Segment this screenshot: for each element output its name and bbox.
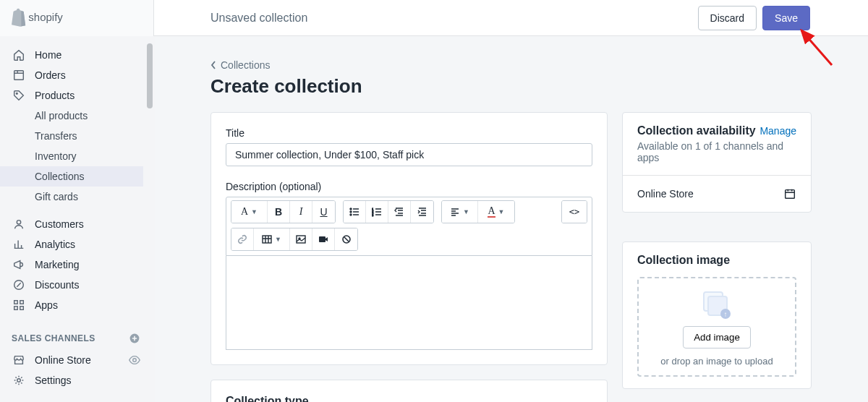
breadcrumb-back[interactable]: Collections: [210, 59, 812, 71]
sidebar-item-marketing[interactable]: Marketing: [0, 255, 153, 275]
discounts-icon: [12, 278, 26, 292]
sidebar-item-label: Products: [35, 90, 75, 101]
rte-table-dropdown[interactable]: ▼: [254, 228, 290, 250]
svg-text:3: 3: [372, 213, 374, 217]
save-button[interactable]: Save: [762, 6, 810, 30]
calendar-icon[interactable]: [783, 187, 796, 200]
svg-rect-20: [319, 236, 326, 242]
orders-icon: [12, 68, 26, 82]
topbar-title: Unsaved collection: [154, 12, 698, 25]
description-editor[interactable]: [226, 256, 592, 350]
title-label: Title: [226, 127, 592, 139]
sidebar-item-products[interactable]: Products: [0, 85, 153, 106]
image-placeholder-icon: ↑: [703, 291, 731, 319]
card-title-description: Title Description (optional) A▼ B I U: [210, 112, 608, 365]
online-store-icon: [12, 353, 26, 367]
marketing-icon: [12, 257, 26, 272]
home-icon: [12, 48, 26, 62]
analytics-icon: [12, 237, 26, 252]
rte-link-button[interactable]: [231, 228, 254, 250]
sidebar-item-settings[interactable]: Settings: [0, 370, 153, 390]
sidebar-scrollbar[interactable]: [143, 36, 155, 402]
manage-link[interactable]: Manage: [760, 125, 796, 137]
view-store-icon[interactable]: [127, 353, 142, 367]
rte-number-list-button[interactable]: 123: [366, 201, 388, 223]
collection-type-heading: Collection type: [226, 395, 592, 402]
rte-bold-button[interactable]: B: [268, 201, 290, 223]
sidebar-item-label: Home: [35, 49, 61, 61]
shopify-logo-icon: shopify: [12, 8, 84, 27]
sales-channels-header: SALES CHANNELS: [0, 324, 153, 350]
apps-icon: [12, 298, 26, 312]
gear-icon: [12, 373, 26, 388]
svg-rect-7: [20, 307, 24, 310]
rte-video-button[interactable]: [312, 228, 335, 250]
products-icon: [12, 88, 26, 103]
svg-rect-0: [14, 71, 24, 80]
sidebar-item-label: Orders: [35, 69, 66, 81]
add-image-button[interactable]: Add image: [683, 326, 751, 348]
rte-align-dropdown[interactable]: ▼: [442, 201, 478, 223]
rte-color-dropdown[interactable]: A▼: [478, 201, 514, 223]
card-availability: Collection availability Manage Available…: [622, 112, 812, 213]
description-label: Description (optional): [226, 181, 592, 192]
sidebar: Home Orders Products All products Transf…: [0, 36, 154, 402]
title-input[interactable]: [226, 143, 592, 166]
rte-underline-button[interactable]: U: [312, 201, 335, 223]
rte-italic-button[interactable]: I: [290, 201, 312, 223]
svg-point-1: [16, 93, 17, 94]
rte-format-dropdown[interactable]: A▼: [231, 201, 268, 223]
sidebar-item-analytics[interactable]: Analytics: [0, 234, 153, 255]
discard-button[interactable]: Discard: [698, 6, 757, 30]
rte-toolbar: A▼ B I U 123 ▼ A▼: [231, 200, 587, 223]
add-channel-icon[interactable]: [127, 331, 142, 346]
availability-title: Collection availability: [637, 124, 756, 137]
svg-point-13: [350, 214, 352, 215]
sidebar-item-label: Marketing: [35, 259, 79, 270]
topbar-actions: Discard Save: [698, 6, 868, 30]
rte-indent-button[interactable]: [411, 201, 433, 223]
sidebar-item-orders[interactable]: Orders: [0, 65, 153, 85]
svg-point-2: [17, 221, 20, 224]
svg-rect-4: [14, 301, 18, 304]
sidebar-item-discounts[interactable]: Discounts: [0, 275, 153, 295]
customers-icon: [12, 217, 26, 231]
card-collection-image: Collection image ↑ Add image or drop an …: [622, 241, 812, 389]
image-card-title: Collection image: [637, 254, 796, 267]
svg-point-10: [17, 379, 21, 382]
sidebar-item-label: Discounts: [35, 279, 79, 291]
rte-image-button[interactable]: [290, 228, 312, 250]
svg-point-12: [350, 211, 352, 213]
availability-store: Online Store: [637, 188, 694, 200]
sidebar-item-label: Customers: [35, 218, 84, 230]
sidebar-subitem-collections[interactable]: Collections: [0, 166, 153, 187]
svg-rect-5: [20, 301, 24, 304]
rte-bullet-list-button[interactable]: [344, 201, 366, 223]
image-dropzone[interactable]: ↑ Add image or drop an image to upload: [637, 277, 796, 377]
card-collection-type: Collection type: [210, 380, 608, 402]
sidebar-item-apps[interactable]: Apps: [0, 295, 153, 315]
sidebar-item-label: Apps: [35, 299, 58, 311]
svg-rect-22: [786, 190, 795, 199]
svg-point-11: [350, 208, 352, 210]
rte-clear-format-button[interactable]: [335, 228, 357, 250]
sidebar-item-label: Settings: [35, 375, 72, 386]
sidebar-item-home[interactable]: Home: [0, 45, 153, 65]
svg-point-9: [133, 359, 137, 362]
availability-subtitle: Available on 1 of 1 channels and apps: [637, 140, 796, 163]
sidebar-subitem-gift-cards[interactable]: Gift cards: [0, 187, 153, 207]
main-content: Collections Create collection Title Desc…: [154, 36, 868, 402]
channel-online-store[interactable]: Online Store: [0, 350, 153, 370]
brand-text: shopify: [28, 11, 63, 23]
logo[interactable]: shopify: [0, 0, 154, 36]
sidebar-subitem-all-products[interactable]: All products: [0, 106, 153, 126]
sidebar-subitem-inventory[interactable]: Inventory: [0, 146, 153, 166]
sidebar-item-customers[interactable]: Customers: [0, 214, 153, 234]
sidebar-subitem-transfers[interactable]: Transfers: [0, 126, 153, 146]
dropzone-hint: or drop an image to upload: [660, 356, 773, 367]
topbar: shopify Unsaved collection Discard Save: [0, 0, 868, 36]
rte-html-button[interactable]: <>: [562, 201, 587, 223]
page-title: Create collection: [210, 75, 812, 98]
rte-outdent-button[interactable]: [388, 201, 411, 223]
svg-rect-17: [263, 236, 271, 243]
